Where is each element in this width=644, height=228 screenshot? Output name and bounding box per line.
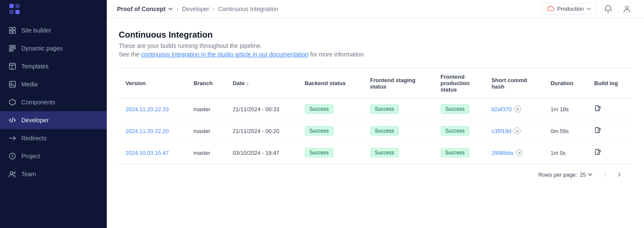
chevron-left-icon	[603, 172, 609, 178]
table-footer: Rows per page: 25	[119, 164, 632, 185]
svg-point-18	[14, 172, 15, 174]
svg-rect-14	[9, 81, 15, 87]
sidebar-item-media[interactable]: Media	[0, 75, 107, 93]
cell-duration: 1m 18s	[544, 98, 587, 120]
status-badge: Success	[370, 104, 399, 114]
developer-icon	[9, 116, 16, 124]
ci-table-container: Version Branch Date ↓ Backend status Fro…	[119, 68, 632, 185]
rows-per-page-select[interactable]: 25	[580, 172, 593, 178]
build-log-button[interactable]	[594, 149, 601, 157]
sidebar-item-label: Redirects	[21, 135, 47, 142]
prev-page-button[interactable]	[600, 169, 612, 181]
commit-hash-link[interactable]: b2af370	[492, 106, 512, 113]
logo-icon	[9, 3, 20, 15]
sidebar-navigation: Site builder Dynamic pages Templates Med…	[0, 18, 107, 228]
notifications-button[interactable]	[601, 2, 615, 16]
sidebar-item-team[interactable]: Team	[0, 165, 107, 183]
svg-point-17	[10, 172, 13, 174]
sidebar-item-dynamic-pages[interactable]: Dynamic pages	[0, 39, 107, 57]
sidebar-item-redirects[interactable]: Redirects	[0, 129, 107, 147]
cell-date: 21/11/2024 - 00:33	[226, 98, 298, 120]
cell-build-log	[587, 142, 632, 164]
cell-branch: master	[187, 142, 226, 164]
sidebar-item-label: Site builder	[21, 27, 51, 34]
doc-link[interactable]: continuous integration in the studio art…	[141, 51, 308, 58]
col-backend-status: Backend status	[298, 68, 363, 98]
svg-rect-4	[9, 27, 12, 30]
commit-hash-link[interactable]: 29966da	[492, 150, 513, 156]
user-menu-button[interactable]	[620, 2, 634, 16]
cell-commit-hash: 29966da ✕	[485, 142, 544, 164]
sidebar-item-site-builder[interactable]: Site builder	[0, 21, 107, 39]
sidebar-item-label: Dynamic pages	[21, 45, 63, 52]
commit-close-icon: ✕	[514, 127, 521, 134]
doc-suffix: for more information.	[310, 51, 365, 58]
bell-icon	[604, 5, 612, 13]
header-actions: Production	[542, 2, 634, 16]
cell-backend-status: Success	[298, 142, 363, 164]
col-build-log: Build log	[587, 68, 632, 98]
redirects-icon	[9, 134, 16, 142]
breadcrumb: Proof of Concept › Developer › Continuou…	[117, 6, 278, 12]
version-link[interactable]: 2024.11.20.22.33	[126, 106, 169, 113]
sidebar-item-label: Developer	[21, 117, 49, 124]
cell-date: 21/11/2024 - 00:20	[226, 120, 298, 142]
sidebar-item-label: Project	[21, 153, 40, 160]
sort-icon: ↓	[246, 80, 249, 86]
table-row: 2024.11.20.22.20 master 21/11/2024 - 00:…	[119, 120, 632, 142]
commit-hash-link[interactable]: c35f19d	[492, 128, 511, 134]
next-page-button[interactable]	[613, 169, 625, 181]
rows-per-page: Rows per page: 25	[538, 172, 593, 178]
media-icon	[9, 80, 16, 88]
page-content: Continuous Integration These are your bu…	[107, 18, 644, 228]
sidebar-item-developer[interactable]: Developer	[0, 111, 107, 129]
cloud-icon	[547, 5, 555, 12]
table-row: 2024.10.03.15.47 master 03/10/2024 - 18:…	[119, 142, 632, 164]
sidebar-item-project[interactable]: Project	[0, 147, 107, 165]
env-chevron-icon	[586, 6, 591, 12]
chevron-down-icon	[167, 6, 173, 12]
sidebar-item-label: Media	[21, 81, 38, 88]
logo	[0, 0, 107, 18]
sidebar-item-components[interactable]: Components	[0, 93, 107, 111]
cell-frontend-production: Success	[434, 120, 485, 142]
rows-per-page-label: Rows per page:	[538, 172, 577, 178]
svg-point-15	[11, 83, 12, 84]
breadcrumb-section: Developer	[182, 6, 209, 12]
sidebar: Site builder Dynamic pages Templates Med…	[0, 0, 107, 228]
cell-commit-hash: c35f19d ✕	[485, 120, 544, 142]
build-log-button[interactable]	[594, 106, 601, 113]
svg-rect-5	[13, 27, 15, 30]
project-icon	[9, 152, 16, 160]
cell-version: 2024.11.20.22.33	[119, 98, 187, 120]
svg-rect-8	[9, 45, 15, 47]
svg-rect-11	[9, 63, 15, 69]
breadcrumb-sep-1: ›	[177, 6, 179, 12]
rows-per-page-value: 25	[580, 172, 586, 178]
status-badge: Success	[370, 126, 399, 136]
table-header: Version Branch Date ↓ Backend status Fro…	[119, 68, 632, 98]
version-link[interactable]: 2024.10.03.15.47	[126, 150, 169, 156]
breadcrumb-project[interactable]: Proof of Concept	[117, 6, 173, 12]
breadcrumb-project-label: Proof of Concept	[117, 6, 166, 12]
version-link[interactable]: 2024.11.20.22.20	[126, 128, 169, 134]
status-badge: Success	[370, 148, 399, 157]
environment-selector[interactable]: Production	[542, 3, 596, 15]
col-date[interactable]: Date ↓	[226, 68, 298, 98]
build-log-button[interactable]	[594, 127, 601, 135]
svg-rect-7	[13, 31, 15, 33]
sidebar-item-templates[interactable]: Templates	[0, 57, 107, 75]
breadcrumb-sep-2: ›	[213, 6, 215, 12]
col-commit-hash: Short commithash	[485, 68, 544, 98]
cell-commit-hash: b2af370 ✕	[485, 98, 544, 120]
chevron-right-icon	[616, 172, 622, 178]
col-duration: Duration	[544, 68, 587, 98]
svg-rect-6	[9, 31, 12, 33]
cell-date: 03/10/2024 - 18:47	[226, 142, 298, 164]
doc-prefix: See the	[119, 51, 139, 58]
commit-close-icon: ✕	[514, 106, 521, 113]
environment-label: Production	[557, 6, 584, 12]
status-badge: Success	[305, 126, 334, 136]
cell-backend-status: Success	[298, 120, 363, 142]
app-header: Proof of Concept › Developer › Continuou…	[107, 0, 644, 18]
